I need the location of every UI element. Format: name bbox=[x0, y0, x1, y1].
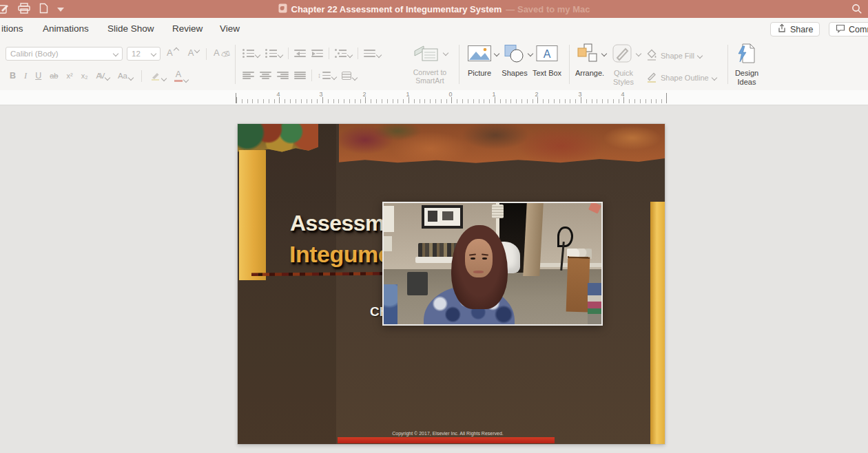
presenter-eye bbox=[482, 257, 487, 260]
subscript-button[interactable]: x₂ bbox=[81, 72, 88, 80]
comments-label: Comments bbox=[849, 25, 868, 34]
tab-animations[interactable]: Animations bbox=[43, 18, 89, 39]
webcam-blue-pile bbox=[384, 284, 397, 324]
webcam-picture-frame bbox=[422, 205, 463, 229]
picture-icon[interactable] bbox=[467, 44, 492, 63]
share-label: Share bbox=[790, 25, 813, 34]
tab-transitions-partial[interactable]: itions bbox=[1, 18, 23, 39]
webcam-video-overlay bbox=[382, 202, 603, 326]
strikethrough-button[interactable]: ab bbox=[50, 72, 58, 80]
comment-icon bbox=[836, 24, 845, 35]
design-ideas-icon[interactable] bbox=[736, 43, 756, 64]
grow-font-button[interactable]: A bbox=[167, 48, 178, 58]
shape-outline-button[interactable]: Shape Outline bbox=[646, 71, 716, 84]
font-color-button[interactable]: A bbox=[174, 70, 188, 82]
presenter-mouth bbox=[473, 271, 484, 273]
slide-texture-band-left bbox=[238, 124, 318, 154]
ruler-right-end bbox=[666, 93, 667, 103]
webcam-wood-shelf bbox=[566, 256, 590, 312]
shape-fill-icon bbox=[646, 49, 657, 62]
slide-gold-stripe-left bbox=[239, 150, 266, 280]
superscript-button[interactable]: x² bbox=[66, 72, 72, 80]
webcam-vacuum-handle bbox=[557, 226, 573, 247]
highlight-color-button[interactable] bbox=[150, 71, 166, 81]
font-name-value: Calibri (Body) bbox=[10, 50, 59, 58]
slide-copyright: Copyright © 2017, Elsevier Inc. All Righ… bbox=[341, 431, 555, 436]
multilevel-list-button[interactable] bbox=[335, 50, 352, 57]
convert-smartart-icon[interactable] bbox=[413, 43, 440, 65]
change-case-button[interactable]: Aa bbox=[118, 72, 133, 80]
increase-indent-button[interactable] bbox=[311, 50, 323, 57]
ruler-inch-ticks bbox=[236, 97, 667, 103]
arrange-label[interactable]: Arrange. bbox=[570, 69, 609, 78]
quick-styles-icon[interactable] bbox=[610, 43, 634, 64]
decrease-indent-button[interactable] bbox=[294, 50, 306, 57]
text-columns-button[interactable] bbox=[364, 50, 381, 57]
align-right-button[interactable] bbox=[277, 72, 289, 79]
ribbon-home-tools: Calibri (Body) 12 A A A⌫ B I U ab x² x₂ … bbox=[0, 39, 868, 91]
align-text-button[interactable] bbox=[342, 72, 357, 80]
shapes-icon[interactable] bbox=[502, 44, 526, 63]
character-spacing-button[interactable]: AV bbox=[96, 72, 110, 80]
font-size-select[interactable]: 12 bbox=[127, 47, 161, 61]
search-icon[interactable] bbox=[851, 3, 862, 17]
align-center-button[interactable] bbox=[260, 72, 271, 79]
slide-editing-canvas: Assessment of Integumentary System Chapt… bbox=[0, 105, 868, 453]
align-left-button[interactable] bbox=[242, 72, 254, 79]
text-box-label[interactable]: Text Box bbox=[529, 69, 565, 78]
slide-gold-stripe-right bbox=[650, 202, 665, 444]
webcam-dark-box bbox=[407, 272, 428, 295]
document-title-text: Chapter 22 Assessment of Integumentary S… bbox=[291, 4, 502, 14]
italic-button[interactable]: I bbox=[24, 71, 27, 81]
numbering-button[interactable] bbox=[265, 50, 282, 57]
share-button[interactable]: Share bbox=[770, 22, 820, 36]
shrink-font-button[interactable]: A bbox=[188, 48, 200, 58]
ruler-left-end bbox=[236, 93, 236, 103]
design-ideas-label[interactable]: Design Ideas bbox=[729, 69, 765, 87]
webcam-wall-papers bbox=[384, 236, 392, 251]
tab-slide-show[interactable]: Slide Show bbox=[107, 18, 154, 39]
bullets-button[interactable] bbox=[242, 50, 260, 57]
tab-view[interactable]: View bbox=[220, 18, 240, 39]
webcam-corner-clutter bbox=[588, 283, 601, 324]
shape-outline-icon bbox=[646, 71, 657, 84]
shape-outline-label: Shape Outline bbox=[661, 74, 709, 82]
powerpoint-doc-icon bbox=[278, 3, 287, 15]
quick-styles-label[interactable]: Quick Styles bbox=[606, 69, 641, 87]
comments-button[interactable]: Comments bbox=[829, 22, 868, 36]
font-name-select[interactable]: Calibri (Body) bbox=[6, 47, 123, 61]
powerpoint-window: Chapter 22 Assessment of Integumentary S… bbox=[0, 0, 868, 453]
webcam-coral-item bbox=[588, 202, 601, 214]
tab-review[interactable]: Review bbox=[172, 18, 203, 39]
line-spacing-button[interactable]: ↕ bbox=[318, 72, 336, 79]
picture-label[interactable]: Picture bbox=[459, 69, 500, 78]
titlebar: Chapter 22 Assessment of Integumentary S… bbox=[0, 0, 868, 18]
shape-fill-label: Shape Fill bbox=[661, 52, 694, 60]
clear-formatting-button[interactable]: A⌫ bbox=[214, 48, 229, 58]
underline-button[interactable]: U bbox=[35, 71, 41, 81]
convert-smartart-label[interactable]: Convert to SmartArt bbox=[398, 68, 462, 85]
slide-red-bar bbox=[338, 437, 555, 443]
shape-fill-button[interactable]: Shape Fill bbox=[646, 49, 702, 62]
font-size-value: 12 bbox=[132, 50, 141, 58]
webcam-wall-vent bbox=[492, 204, 504, 218]
slide-texture-band-main bbox=[339, 124, 665, 164]
webcam-wall-papers bbox=[384, 206, 394, 232]
share-icon bbox=[777, 23, 787, 35]
bold-button[interactable]: B bbox=[10, 71, 16, 81]
svg-text:A: A bbox=[544, 48, 551, 60]
saved-status: — Saved to my Mac bbox=[506, 4, 590, 14]
text-box-icon[interactable]: A bbox=[535, 44, 559, 63]
window-title: Chapter 22 Assessment of Integumentary S… bbox=[0, 0, 868, 18]
presenter-eye bbox=[471, 257, 475, 260]
justify-button[interactable] bbox=[294, 72, 306, 79]
ribbon-tab-row: itions Animations Slide Show Review View… bbox=[0, 18, 868, 39]
horizontal-ruler: 4 3 2 1 0 1 2 3 4 bbox=[0, 90, 868, 105]
arrange-icon[interactable] bbox=[577, 43, 599, 64]
